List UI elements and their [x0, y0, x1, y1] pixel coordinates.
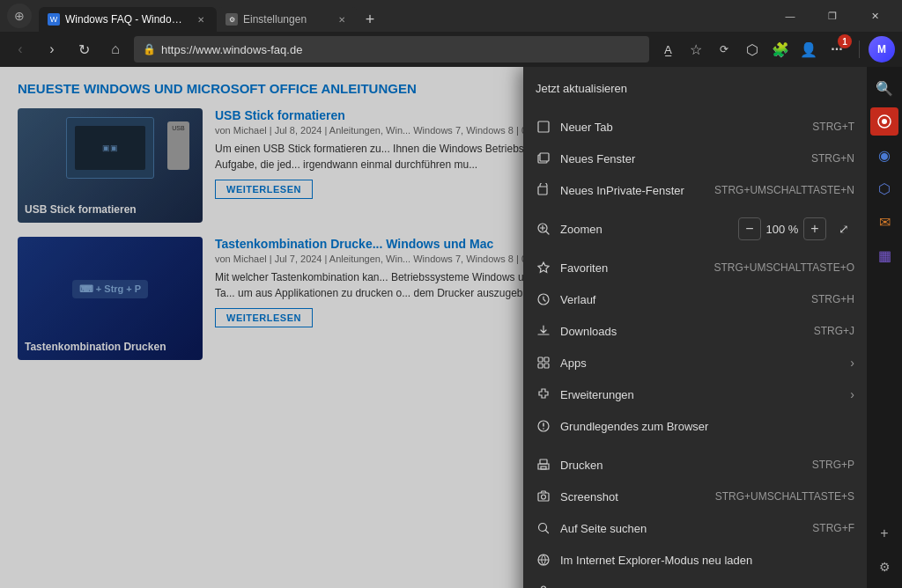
sidebar-settings-icon[interactable]: ⚙ [870, 553, 898, 581]
svg-point-13 [543, 428, 544, 430]
inprivate-icon [536, 182, 551, 198]
zoom-in-button[interactable]: + [803, 217, 826, 240]
sidebar: 🔍 ◉ ⬡ ✉ ▦ + ⚙ [867, 67, 902, 588]
svg-rect-8 [538, 357, 543, 362]
new-tab-button[interactable]: + [358, 7, 382, 32]
sidebar-edge-icon[interactable]: ◉ [870, 141, 898, 169]
svg-rect-9 [544, 357, 549, 362]
ellipsis-badge: 1 [838, 34, 852, 48]
menu-item-more-tools[interactable]: Weitere Tools › [523, 576, 867, 588]
sidebar-search-icon[interactable]: 🔍 [870, 74, 898, 102]
menu-item-update-label: Jetzt aktualisieren [536, 82, 627, 95]
title-bar: ⊕ W Windows FAQ - Windows 11 / 10... ✕ ⚙… [0, 0, 902, 32]
svg-point-17 [542, 495, 546, 499]
menu-print-shortcut: STRG+P [812, 459, 854, 471]
menu-find-shortcut: STRG+F [812, 522, 854, 534]
nav-bar: ‹ › ↻ ⌂ 🔒 https://www.windows-faq.de A̲̲… [0, 32, 902, 67]
new-window-icon [536, 151, 551, 166]
new-tab-icon [536, 119, 551, 135]
tab-2-close[interactable]: ✕ [335, 12, 349, 26]
menu-inprivate-shortcut: STRG+UMSCHALTTASTE+N [714, 184, 854, 196]
minimize-button[interactable]: — [770, 2, 810, 30]
find-icon [536, 520, 551, 536]
menu-browser-essentials-label: Grundlegendes zum Browser [560, 420, 854, 433]
history-icon [536, 291, 551, 307]
menu-find-label: Auf Seite suchen [560, 522, 803, 535]
menu-item-history[interactable]: Verlauf STRG+H [523, 283, 867, 315]
apps-arrow-icon: › [850, 356, 854, 370]
menu-favorites-shortcut: STRG+UMSCHALTTASTE+O [713, 261, 854, 274]
tab-2-favicon: ⚙ [226, 13, 238, 26]
sidebar-teams-icon[interactable]: ⬡ [870, 174, 898, 202]
svg-point-1 [882, 119, 887, 124]
tab-2[interactable]: ⚙ Einstellungen ✕ [217, 7, 358, 32]
maximize-button[interactable]: ❐ [812, 2, 853, 30]
menu-item-apps[interactable]: Apps › [523, 347, 867, 379]
menu-history-label: Verlauf [560, 293, 802, 306]
menu-print-label: Drucken [560, 459, 803, 472]
apps-icon [536, 355, 551, 371]
menu-item-browser-essentials[interactable]: Grundlegendes zum Browser [523, 410, 867, 442]
extensions-button[interactable]: 🧩 [767, 36, 794, 62]
forward-button[interactable]: › [39, 36, 65, 62]
menu-item-favorites[interactable]: Favoriten STRG+UMSCHALTTASTE+O [523, 252, 867, 283]
svg-rect-14 [540, 459, 547, 464]
menu-history-shortcut: STRG+H [811, 293, 854, 305]
profile-button[interactable]: M [869, 36, 895, 62]
sidebar-copilot-icon[interactable] [870, 107, 898, 136]
refresh-button[interactable]: ↻ [70, 36, 97, 62]
back-button[interactable]: ‹ [7, 36, 33, 62]
divider [859, 40, 860, 58]
menu-ie-mode-label: Im Internet Explorer-Modus neu laden [560, 554, 854, 567]
favorites-menu-icon [536, 260, 551, 276]
ellipsis-button-wrapper: ··· 1 [824, 36, 850, 62]
more-tools-icon [536, 584, 551, 588]
menu-item-update[interactable]: Jetzt aktualisieren [523, 72, 867, 104]
tab-1[interactable]: W Windows FAQ - Windows 11 / 10... ✕ [39, 7, 217, 32]
menu-item-zoom: Zoomen − 100 % + ⤢ [523, 213, 867, 245]
tab-1-favicon: W [48, 13, 60, 26]
tab-1-close[interactable]: ✕ [194, 12, 208, 26]
menu-item-screenshot[interactable]: Screenshot STRG+UMSCHALTTASTE+S [523, 481, 867, 512]
svg-rect-4 [540, 153, 549, 161]
screenshot-icon [536, 489, 551, 504]
menu-new-tab-shortcut: STRG+T [812, 121, 854, 133]
lock-icon: 🔒 [143, 43, 156, 55]
menu-screenshot-shortcut: STRG+UMSCHALTTASTE+S [715, 490, 854, 503]
menu-new-tab-label: Neuer Tab [560, 121, 803, 134]
translate-button[interactable]: A̲̲ [654, 36, 681, 62]
zoom-expand-button[interactable]: ⤢ [833, 218, 854, 239]
collections-button[interactable]: ⟳ [711, 36, 737, 62]
menu-downloads-shortcut: STRG+J [814, 325, 854, 337]
nav-actions: A̲̲ ☆ ⟳ ⬡ 🧩 👤 ··· 1 [654, 36, 850, 62]
menu-item-downloads[interactable]: Downloads STRG+J [523, 315, 867, 347]
menu-item-new-window[interactable]: Neues Fenster STRG+N [523, 143, 867, 174]
browser-essentials-button[interactable]: ⬡ [739, 36, 765, 62]
menu-item-ie-mode[interactable]: Im Internet Explorer-Modus neu laden [523, 544, 867, 576]
tab-2-title: Einstellungen [243, 13, 307, 26]
menu-item-new-tab[interactable]: Neuer Tab STRG+T [523, 111, 867, 143]
address-bar[interactable]: 🔒 https://www.windows-faq.de [134, 36, 649, 62]
sidebar-office-icon[interactable]: ▦ [870, 241, 898, 269]
menu-item-inprivate[interactable]: Neues InPrivate-Fenster STRG+UMSCHALTTAS… [523, 174, 867, 206]
browser-icon: ⊕ [7, 4, 32, 28]
sidebar-add-icon[interactable]: + [870, 519, 898, 548]
menu-item-find[interactable]: Auf Seite suchen STRG+F [523, 512, 867, 544]
ie-mode-icon [536, 552, 551, 568]
zoom-icon [536, 221, 551, 237]
sidebar-outlook-icon[interactable]: ✉ [870, 208, 898, 236]
menu-item-print[interactable]: Drucken STRG+P [523, 449, 867, 481]
svg-rect-11 [544, 364, 549, 368]
main-area: NEUESTE WINDOWS UND MICROSOFT OFFICE ANL… [0, 67, 902, 588]
extensions-menu-icon [536, 386, 551, 402]
home-button[interactable]: ⌂ [102, 36, 129, 62]
favorites-button[interactable]: ☆ [683, 36, 709, 62]
zoom-out-button[interactable]: − [738, 217, 761, 240]
close-button[interactable]: ✕ [854, 2, 895, 30]
menu-item-extensions[interactable]: Erweiterungen › [523, 379, 867, 410]
menu-new-window-label: Neues Fenster [560, 152, 802, 165]
profiles-button[interactable]: 👤 [795, 36, 822, 62]
menu-downloads-label: Downloads [560, 325, 805, 338]
menu-zoom-label: Zoomen [560, 223, 729, 236]
more-tools-arrow-icon: › [850, 584, 854, 588]
